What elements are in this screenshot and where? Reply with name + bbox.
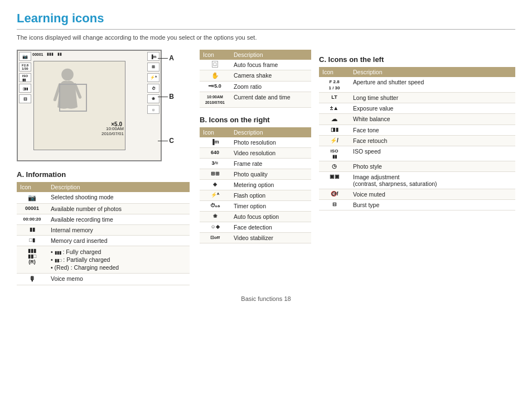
desc-cell: ISO speed (350, 146, 515, 161)
desc-cell: Photo style (350, 161, 515, 172)
table-row: 10:00AM2010/07/01Current date and time (200, 92, 311, 108)
table-row: ⚡/Face retouch (319, 136, 515, 146)
icon-cell: 640 (200, 147, 230, 158)
icon-cell: ◷ (319, 161, 350, 172)
icon-cell: ☁ (319, 114, 350, 125)
desc-cell: ▮▮▮ : Fully charged▮▮□ : Partially charg… (47, 246, 190, 274)
desc-cell: Auto focus option (230, 211, 311, 222)
icon-cell: ⊟ (319, 200, 350, 210)
icon-cell: ▐m (200, 137, 230, 148)
cam-icon-photo: ◨▮ (19, 84, 31, 93)
table-row: 3⁄≡Frame rate (200, 158, 311, 169)
col-desc-b: Description (230, 127, 311, 137)
table-row: □Auto focus frame (200, 60, 311, 70)
col-icon-b: Icon (200, 127, 230, 137)
desc-cell: Video stabilizer (230, 232, 311, 243)
camera-diagram: 📷 F2.81/30 ISO▮▮ ◨▮ ⊟ 00001 ▮▮▮ ▮▮ (17, 50, 162, 161)
col-b: Icon Description □Auto focus frame✋Camer… (200, 50, 311, 243)
table-row: ▐mPhoto resolution (200, 137, 311, 148)
icon-cell: ━×5.0 (200, 82, 230, 92)
icon-cell: 10:00AM2010/07/01 (200, 92, 230, 108)
desc-cell: Current date and time (230, 92, 311, 108)
table-row: ▮▮▮▮▮□(R)▮▮▮ : Fully charged▮▮□ : Partia… (17, 246, 190, 274)
section-c-table: Icon Description F 2.81 / 30Aperture and… (319, 67, 515, 210)
page-subtitle: The icons displayed will change accordin… (17, 34, 515, 41)
table-row: ❀Auto focus option (200, 211, 311, 222)
date-text: 10:00AM2010/07/01 (101, 126, 124, 136)
desc-cell: Frame rate (230, 158, 311, 169)
left-icons: 📷 F2.81/30 ISO▮▮ ◨▮ ⊟ (19, 52, 31, 103)
table-row: ◨▮Face tone (319, 125, 515, 136)
desc-cell: Long time shutter (350, 93, 515, 103)
table-row: ⚡ᴬFlash option (200, 190, 311, 200)
icon-cell: ISO▮▮ (319, 146, 350, 161)
desc-cell: Camera shake (230, 70, 311, 82)
table-row: □▮Memory card inserted (17, 236, 190, 246)
section-b-table: Icon Description ▐mPhoto resolution640Vi… (200, 127, 311, 243)
table-row: 640Video resolution (200, 147, 311, 158)
table-row: ◈Metering option (200, 179, 311, 190)
table-row: 🎙Voice memo (17, 274, 190, 285)
table-row: 📷Selected shooting mode (17, 192, 190, 204)
table-row: 00001Available number of photos (17, 204, 190, 214)
icon-cell: 3⁄≡ (200, 158, 230, 169)
icon-cell: LT (319, 93, 350, 103)
desc-cell: Photo resolution (230, 137, 311, 148)
icon-cell: ◈ (200, 179, 230, 190)
table-row: ISO▮▮ISO speed (319, 146, 515, 161)
table-row: ⏱₁₀Timer option (200, 200, 311, 211)
desc-cell: Aperture and shutter speed (350, 77, 515, 93)
section-a-title: A. Information (17, 170, 190, 179)
desc-cell: Flash option (230, 190, 311, 200)
col-icon-a: Icon (17, 182, 47, 192)
table-row: ⊟Burst type (319, 200, 515, 210)
icon-cell: 📷 (17, 192, 47, 204)
desc-cell: White balance (350, 114, 515, 125)
desc-cell: Photo quality (230, 169, 311, 179)
table-row: LTLong time shutter (319, 93, 515, 103)
desc-cell: Metering option (230, 179, 311, 190)
desc-cell: Video resolution (230, 147, 311, 158)
col-desc-c: Description (350, 67, 515, 77)
icon-cell: ◨▮ (319, 125, 350, 136)
table-row: 🔇fVoice muted (319, 189, 515, 200)
desc-cell: Face retouch (350, 136, 515, 146)
desc-cell: Zoom ratio (230, 82, 311, 92)
table-row: F 2.81 / 30Aperture and shutter speed (319, 77, 515, 93)
table-row: ⊞⊞Photo quality (200, 169, 311, 179)
col-desc-a: Description (47, 182, 190, 192)
icon-cell: ✋ (200, 70, 230, 82)
cam-icon-iso: ISO▮▮ (19, 73, 31, 82)
table-row: ±▲Exposure value (319, 103, 515, 114)
desc-cell: Memory card inserted (47, 236, 190, 246)
icon-cell: □ (200, 60, 230, 70)
desc-cell: Available number of photos (47, 204, 190, 214)
focus-box (59, 84, 87, 112)
table-row: ◷Photo style (319, 161, 515, 172)
label-b: B (169, 93, 174, 100)
icon-cell: 00:00:20 (17, 214, 47, 225)
section-b-title: B. Icons on the right (200, 116, 311, 124)
icon-cell: ▣▣ (319, 172, 350, 189)
label-a: A (169, 54, 174, 62)
col-icon-c: Icon (319, 67, 350, 77)
table-row: ☁White balance (319, 114, 515, 125)
icon-cell: 🎙 (17, 274, 47, 285)
table-row: ⊡offVideo stabilizer (200, 232, 311, 243)
top-row: 00001 ▮▮▮ ▮▮ (32, 52, 62, 56)
icon-cell: ⚡ᴬ (200, 190, 230, 200)
col-icon-top: Icon (200, 50, 230, 60)
section-a-table: Icon Description 📷Selected shooting mode… (17, 182, 190, 285)
icon-cell: 00001 (17, 204, 47, 214)
desc-cell: Timer option (230, 200, 311, 211)
diagram-labels: A B C (158, 54, 174, 145)
page-footer: Basic functions 18 (17, 295, 515, 302)
table-row: ✋Camera shake (200, 70, 311, 82)
icon-cell: ⚡/ (319, 136, 350, 146)
icon-cell: ▮▮ (17, 225, 47, 236)
col-desc-top: Description (230, 50, 311, 60)
cam-icon-f28: F2.81/30 (19, 63, 31, 71)
content-area: Icon Description □Auto focus frame✋Camer… (200, 50, 515, 243)
icon-cell: F 2.81 / 30 (319, 77, 350, 93)
top-icons-table: Icon Description □Auto focus frame✋Camer… (200, 50, 311, 108)
